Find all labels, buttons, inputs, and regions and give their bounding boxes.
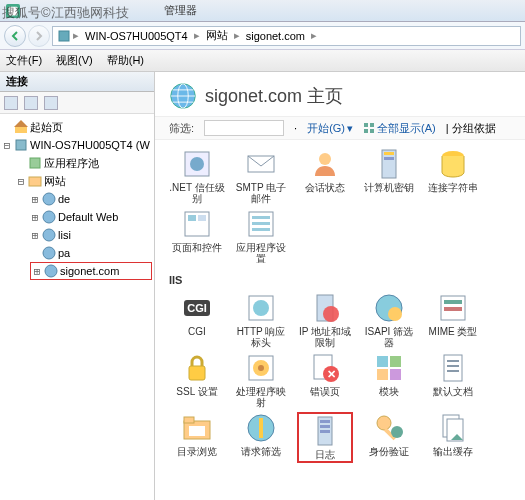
feature-isapi[interactable]: ISAPI 筛选器 xyxy=(361,292,417,348)
feature-modules[interactable]: 模块 xyxy=(361,352,417,408)
folder-open-icon xyxy=(181,412,213,444)
module-icon xyxy=(373,352,405,384)
tree-site-lisi[interactable]: ⊞lisi xyxy=(2,226,152,244)
breadcrumb-site[interactable]: sigonet.com xyxy=(242,30,309,42)
feature-mime[interactable]: MIME 类型 xyxy=(425,292,481,348)
filter-icon xyxy=(373,292,405,324)
feature-session[interactable]: 会话状态 xyxy=(297,148,353,204)
feature-dirbrowse[interactable]: 目录浏览 xyxy=(169,412,225,463)
arrow-right-icon xyxy=(34,31,44,41)
tree-site-pa[interactable]: pa xyxy=(2,244,152,262)
forward-button[interactable] xyxy=(28,25,50,47)
svg-rect-51 xyxy=(377,356,388,367)
breadcrumb-server[interactable]: WIN-OS7HU005QT4 xyxy=(81,30,192,42)
settings-icon xyxy=(245,208,277,240)
group-iis: IIS xyxy=(169,274,511,286)
feature-errorpages[interactable]: ✕错误页 xyxy=(297,352,353,408)
toolbar-icon[interactable] xyxy=(24,96,38,110)
feature-ip-domain[interactable]: IP 地址和域限制 xyxy=(297,292,353,348)
globe-icon xyxy=(42,228,56,242)
menu-help[interactable]: 帮助(H) xyxy=(107,53,144,68)
feature-http-response[interactable]: HTTP 响应标头 xyxy=(233,292,289,348)
svg-rect-16 xyxy=(364,129,368,133)
svg-point-40 xyxy=(388,307,402,321)
svg-rect-2 xyxy=(59,31,69,41)
tree-site-default[interactable]: ⊞Default Web xyxy=(2,208,152,226)
svg-point-38 xyxy=(323,306,339,322)
svg-point-7 xyxy=(43,193,55,205)
feature-reqfilter[interactable]: 请求筛选 xyxy=(233,412,289,463)
svg-point-47 xyxy=(258,365,264,371)
filter-input[interactable] xyxy=(204,120,284,136)
globe-icon xyxy=(42,192,56,206)
svg-point-10 xyxy=(43,247,55,259)
svg-rect-30 xyxy=(252,216,270,219)
svg-rect-17 xyxy=(370,129,374,133)
svg-rect-31 xyxy=(252,222,270,225)
handler-icon xyxy=(245,352,277,384)
feature-connstrings[interactable]: 连接字符串 xyxy=(425,148,481,204)
svg-rect-3 xyxy=(15,126,27,133)
svg-rect-54 xyxy=(390,369,401,380)
cache-icon xyxy=(437,412,469,444)
feature-logging[interactable]: 日志 xyxy=(297,412,353,463)
watermark-text: 搜狐号©江西驰网科技 xyxy=(2,4,129,22)
svg-rect-60 xyxy=(184,417,194,423)
svg-point-19 xyxy=(190,157,204,171)
key-icon xyxy=(373,412,405,444)
menu-bar: 文件(F) 视图(V) 帮助(H) xyxy=(0,50,525,72)
svg-rect-6 xyxy=(29,177,41,186)
feature-defaultdoc[interactable]: 默认文档 xyxy=(425,352,481,408)
breadcrumb-sites[interactable]: 网站 xyxy=(202,28,232,43)
globe-icon xyxy=(42,210,56,224)
tree-start[interactable]: 起始页 xyxy=(2,118,152,136)
lock-icon xyxy=(181,352,213,384)
tree-site-sigonet[interactable]: ⊞sigonet.com xyxy=(30,262,152,280)
filter-start[interactable]: 开始(G) ▾ xyxy=(307,121,353,136)
filter-showall[interactable]: 全部显示(A) xyxy=(363,121,436,136)
feature-machinekey[interactable]: 计算机密钥 xyxy=(361,148,417,204)
breadcrumb-sep: ▸ xyxy=(311,29,317,42)
svg-text:CGI: CGI xyxy=(187,302,207,314)
feature-grid-aspnet: .NET 信任级别 SMTP 电子邮件 会话状态 计算机密钥 连接字符串 页面和… xyxy=(169,148,511,264)
toolbar-icon[interactable] xyxy=(4,96,18,110)
svg-rect-53 xyxy=(377,369,388,380)
svg-rect-43 xyxy=(444,307,462,311)
menu-file[interactable]: 文件(F) xyxy=(6,53,42,68)
svg-point-36 xyxy=(253,300,269,316)
menu-view[interactable]: 视图(V) xyxy=(56,53,93,68)
tree-sites[interactable]: ⊟网站 xyxy=(2,172,152,190)
breadcrumb-sep: ▸ xyxy=(194,29,200,42)
feature-appsettings[interactable]: 应用程序设置 xyxy=(233,208,289,264)
svg-rect-56 xyxy=(447,360,459,362)
feature-smtp[interactable]: SMTP 电子邮件 xyxy=(233,148,289,204)
tree-site-de[interactable]: ⊞de xyxy=(2,190,152,208)
main-split: 连接 起始页 ⊟WIN-OS7HU005QT4 (W 应用程序池 ⊟网站 ⊞de… xyxy=(0,72,525,500)
folder-icon xyxy=(28,174,42,188)
svg-point-11 xyxy=(45,265,57,277)
svg-rect-27 xyxy=(188,215,196,221)
network-icon xyxy=(309,292,341,324)
globe-icon xyxy=(44,264,58,278)
shield-icon xyxy=(181,148,213,180)
feature-net-trust[interactable]: .NET 信任级别 xyxy=(169,148,225,204)
feature-outputcache[interactable]: 输出缓存 xyxy=(425,412,481,463)
feature-cgi[interactable]: CGICGI xyxy=(169,292,225,348)
svg-rect-55 xyxy=(444,355,462,381)
svg-rect-5 xyxy=(30,158,40,168)
tree-apppools[interactable]: 应用程序池 xyxy=(2,154,152,172)
feature-ssl[interactable]: SSL 设置 xyxy=(169,352,225,408)
back-button[interactable] xyxy=(4,25,26,47)
feature-pages[interactable]: 页面和控件 xyxy=(169,208,225,264)
request-icon xyxy=(245,412,277,444)
globe-icon xyxy=(169,82,197,110)
svg-rect-67 xyxy=(320,430,330,433)
tree-server[interactable]: ⊟WIN-OS7HU005QT4 (W xyxy=(2,136,152,154)
toolbar-icon[interactable] xyxy=(44,96,58,110)
feature-auth[interactable]: 身份验证 xyxy=(361,412,417,463)
svg-rect-61 xyxy=(189,426,205,436)
feature-handler[interactable]: 处理程序映射 xyxy=(233,352,289,408)
breadcrumb-sep: ▸ xyxy=(73,29,79,42)
globe-icon xyxy=(42,246,56,260)
breadcrumb[interactable]: ▸ WIN-OS7HU005QT4 ▸ 网站 ▸ sigonet.com ▸ xyxy=(52,26,521,46)
